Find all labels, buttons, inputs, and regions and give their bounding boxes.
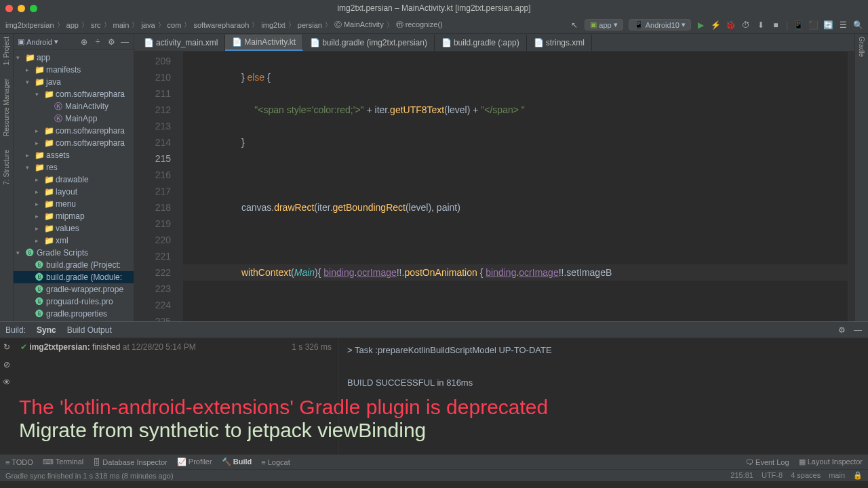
breadcrumb[interactable]: img2txtpersian〉 app〉 src〉 main〉 java〉 co… [5,20,443,30]
editor-tab[interactable]: 📄MainActivity.kt [225,35,303,51]
tree-item[interactable]: ▾📁res [14,161,134,174]
debug-icon[interactable]: 🐞 [726,20,736,30]
editor-tab[interactable]: 📄activity_main.xml [137,35,225,51]
profile-icon[interactable]: ⏱ [741,20,751,30]
filter-icon[interactable]: ⊘ [2,360,12,369]
status-message: Gradle sync finished in 1 s 318 ms (8 mi… [5,472,174,480]
git-branch[interactable]: main [829,471,845,480]
structure-tool-button[interactable]: 7: Structure [3,150,10,185]
sync-tab[interactable]: Sync [37,325,56,335]
project-tool-button[interactable]: 1: Project [3,37,10,65]
gradle-tool-button[interactable]: Gradle [858,37,865,57]
error-stripe[interactable] [848,52,854,321]
tree-item[interactable]: ▸📁assets [14,149,134,161]
encoding[interactable]: UTF-8 [762,471,783,480]
expand-icon[interactable]: 👁 [2,378,12,387]
build-button[interactable]: 🔨 Build [222,458,252,466]
title-bar: img2txt.persian – MainActivity.kt [img2t… [0,0,868,16]
close-window-icon[interactable] [5,5,13,12]
build-output-tab[interactable]: Build Output [67,325,112,335]
build-panel: Build: Sync Build Output ⚙ — ↻ ⊘ 👁 ✔ img… [0,321,868,454]
collapse-icon[interactable]: ÷ [93,37,102,47]
bottom-toolbar: ≡ TODO ⌨ Terminal 🗄 Database Inspector 📈… [0,454,868,469]
attach-debugger-icon[interactable]: ⬇ [756,20,766,30]
lock-icon[interactable]: 🔒 [853,471,863,480]
tree-item[interactable]: 🅖gradle.properties [14,308,134,320]
restart-icon[interactable]: ↻ [2,342,12,352]
editor-tabs[interactable]: 📄activity_main.xml📄MainActivity.kt📄build… [134,34,854,52]
tree-item[interactable]: ▾🅖Gradle Scripts [14,247,134,259]
navigation-bar: img2txtpersian〉 app〉 src〉 main〉 java〉 co… [0,16,868,34]
tree-item[interactable]: ▾📁app [14,52,134,64]
editor-tab[interactable]: 📄build.gradle (:app) [435,35,527,51]
right-tool-strip: Gradle [854,34,868,321]
tree-item[interactable]: ⓀMainActivity [14,100,134,113]
logcat-button[interactable]: ≡ Logcat [261,458,290,466]
run-config-select[interactable]: ▣app▾ [585,19,623,30]
search-icon[interactable]: 🔍 [853,20,863,30]
minimize-window-icon[interactable] [18,5,25,12]
status-bar: Gradle sync finished in 1 s 318 ms (8 mi… [0,469,868,481]
avd-icon[interactable]: 📱 [793,20,803,30]
tree-item[interactable]: ▸📁xml [14,235,134,247]
project-sidebar: ▣Android▾ ⊕ ÷ ⚙ — ▾📁app▸📁manifests▾📁java… [14,34,134,321]
run-button[interactable]: ▶ [696,20,706,30]
tree-item[interactable]: ▸📁drawable [14,174,134,186]
gear-icon[interactable]: ⚙ [106,37,116,47]
stop-icon[interactable]: ■ [771,20,781,30]
terminal-button[interactable]: ⌨ Terminal [43,458,83,466]
left-tool-strip: 1: Project Resource Manager 7: Structure [0,34,14,321]
editor-tab[interactable]: 📄strings.xml [527,35,592,51]
sdk-icon[interactable]: ⬛ [808,20,818,30]
window-title: img2txt.persian – MainActivity.kt [img2t… [337,3,530,13]
hide-icon[interactable]: — [120,37,130,47]
hide-panel-icon[interactable]: — [853,325,863,335]
settings-icon[interactable]: ⚙ [837,325,846,335]
indent[interactable]: 4 spaces [791,471,821,480]
tree-item[interactable]: 🅖proguard-rules.pro [14,296,134,308]
tree-item[interactable]: ▾📁java [14,76,134,88]
project-tree[interactable]: ▾📁app▸📁manifests▾📁java▾📁com.softwarephar… [14,50,134,321]
tree-item[interactable]: ▸📁manifests [14,64,134,76]
target-icon[interactable]: ⊕ [79,37,89,47]
event-log-button[interactable]: 🗨 Event Log [746,458,789,466]
tree-item[interactable]: ▸📁com.softwarephara [14,125,134,137]
tree-item[interactable]: 🅖build.gradle (Project: [14,259,134,271]
structure-icon[interactable]: ☰ [838,20,848,30]
code-editor[interactable]: } else { "<span style='color:red;'>" + i… [183,52,848,321]
editor-tab[interactable]: 📄build.gradle (img2txt.persian) [303,35,435,51]
nav-back-icon[interactable]: ↖ [570,20,579,30]
line-gutter: 2092102112122132142152162172182192202212… [134,52,183,321]
tree-item[interactable]: ▸📁com.softwarephara [14,137,134,149]
tree-item[interactable]: ▸📁mipmap [14,210,134,222]
cursor-position[interactable]: 215:81 [730,471,753,480]
tree-item[interactable]: ▾📁com.softwarephara [14,88,134,100]
apply-changes-icon[interactable]: ⚡ [711,20,721,30]
todo-button[interactable]: ≡ TODO [5,458,33,466]
tree-item[interactable]: ▸📁values [14,222,134,235]
resource-manager-tool-button[interactable]: Resource Manager [3,79,10,136]
maximize-window-icon[interactable] [30,5,37,12]
tree-item[interactable]: 🅖gradle-wrapper.prope [14,283,134,296]
sync-icon[interactable]: 🔄 [823,20,833,30]
profiler-button[interactable]: 📈 Profiler [177,458,212,466]
tree-item[interactable]: ⓀMainApp [14,113,134,125]
tree-item[interactable]: ▸📁layout [14,186,134,198]
overlay-caption: The 'kotlin-android-extensions' Gradle p… [19,396,548,442]
db-inspector-button[interactable]: 🗄 Database Inspector [93,458,167,466]
device-select[interactable]: 📱Android10▾ [629,19,691,30]
layout-inspector-button[interactable]: ▦ Layout Inspector [799,458,863,466]
tree-item[interactable]: 🅖build.gradle (Module: [14,271,134,283]
tree-item[interactable]: ▸📁menu [14,198,134,210]
